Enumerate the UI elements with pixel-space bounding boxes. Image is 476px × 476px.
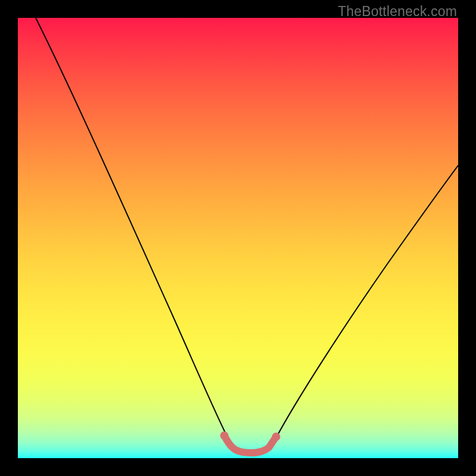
optimal-range-end-dot [272, 433, 280, 441]
bottleneck-curve [36, 18, 458, 452]
watermark-text: TheBottleneck.com [338, 4, 457, 20]
curve-svg [18, 18, 458, 458]
optimal-range-start-dot [220, 431, 228, 440]
plot-area [18, 18, 458, 458]
chart-frame: TheBottleneck.com [0, 0, 476, 476]
optimal-range-band [224, 436, 276, 453]
